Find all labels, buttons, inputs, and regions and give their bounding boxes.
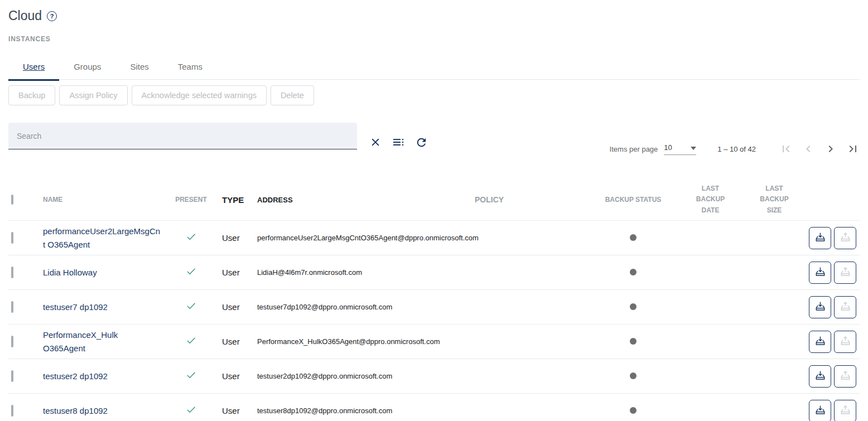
user-address: testuser7dp1092@dppro.onmicrosoft.com	[251, 303, 469, 311]
users-table: NAME PRESENT TYPE ADDRESS POLICY BACKUP …	[8, 179, 860, 421]
row-restore-button[interactable]	[834, 400, 856, 421]
restore-icon	[840, 231, 851, 245]
page-range-text: 1 – 10 of 42	[717, 145, 756, 153]
present-check-icon	[185, 235, 197, 244]
row-backup-button[interactable]	[809, 296, 831, 318]
column-header-present: PRESENT	[167, 196, 215, 204]
table-body: performanceUser2LargeMsgCnt O365Agent Us…	[8, 221, 860, 421]
user-name-link[interactable]: testuser2 dp1092	[43, 371, 108, 381]
help-icon[interactable]: ?	[47, 11, 57, 21]
pagination: Items per page 10 1 – 10 of 42	[610, 142, 860, 156]
search-icons	[369, 136, 428, 149]
table-row: performanceUser2LargeMsgCnt O365Agent Us…	[8, 221, 860, 255]
select-all-checkbox[interactable]	[11, 195, 13, 205]
tab-teams[interactable]: Teams	[163, 54, 217, 79]
restore-icon	[840, 404, 851, 418]
restore-icon	[840, 301, 851, 314]
table-row: PerformanceX_Hulk O365Agent User Perform…	[8, 325, 860, 359]
first-page-icon[interactable]	[779, 142, 793, 156]
tab-groups[interactable]: Groups	[59, 54, 115, 79]
row-backup-button[interactable]	[809, 400, 831, 421]
backup-status-dot-icon	[630, 338, 636, 345]
user-type: User	[215, 337, 251, 346]
backup-icon	[814, 231, 826, 245]
row-restore-button[interactable]	[834, 365, 856, 388]
user-address: testuser2dp1092@dppro.onmicrosoft.com	[251, 372, 469, 380]
table-row: testuser2 dp1092 User testuser2dp1092@dp…	[8, 359, 860, 394]
user-name-link[interactable]: testuser8 dp1092	[43, 406, 108, 415]
row-checkbox[interactable]	[11, 267, 13, 278]
acknowledge-warnings-button[interactable]: Acknowledge selected warnings	[132, 85, 267, 105]
user-address: testuser8dp1092@dppro.onmicrosoft.com	[251, 407, 469, 415]
present-check-icon	[185, 304, 197, 313]
column-header-backup-status: BACKUP STATUS	[600, 196, 667, 204]
refresh-icon[interactable]	[414, 136, 428, 149]
page-title: Cloud	[8, 8, 42, 23]
table-row: testuser7 dp1092 User testuser7dp1092@dp…	[8, 290, 860, 325]
user-address: PerformanceX_HulkO365Agent@dppro.onmicro…	[251, 337, 469, 346]
toolbar: Backup Assign Policy Acknowledge selecte…	[8, 85, 860, 105]
user-address: performanceUser2LargeMsgCntO365Agent@dpp…	[251, 234, 469, 242]
restore-icon	[840, 370, 851, 383]
restore-icon	[840, 335, 851, 349]
delete-button[interactable]: Delete	[271, 85, 314, 105]
user-type: User	[215, 268, 251, 277]
items-per-page-select[interactable]: 10	[664, 143, 696, 155]
column-header-policy: POLICY	[469, 195, 600, 204]
table-row: Lidia Holloway User LidiaH@4l6m7r.onmicr…	[8, 255, 860, 290]
row-restore-button[interactable]	[834, 227, 856, 249]
next-page-icon[interactable]	[824, 142, 837, 156]
user-name-link[interactable]: PerformanceX_Hulk O365Agent	[43, 330, 118, 352]
user-name-link[interactable]: Lidia Holloway	[43, 268, 97, 277]
user-name-link[interactable]: performanceUser2LargeMsgCnt O365Agent	[43, 226, 160, 249]
last-page-icon[interactable]	[846, 142, 860, 156]
row-checkbox[interactable]	[11, 301, 13, 313]
present-check-icon	[185, 338, 197, 348]
assign-policy-button[interactable]: Assign Policy	[59, 85, 127, 105]
column-header-last-backup-size: LAST BACKUP SIZE	[758, 183, 791, 216]
filter-icon[interactable]	[392, 136, 405, 149]
backup-status-dot-icon	[630, 234, 636, 241]
backup-button[interactable]: Backup	[8, 85, 55, 105]
user-address: LidiaH@4l6m7r.onmicrosoft.com	[251, 268, 469, 277]
row-backup-button[interactable]	[809, 227, 831, 249]
backup-icon	[814, 335, 826, 349]
row-restore-button[interactable]	[834, 331, 856, 353]
pagination-nav	[779, 142, 860, 156]
backup-icon	[814, 404, 826, 418]
column-header-type: TYPE	[215, 195, 251, 205]
row-checkbox[interactable]	[11, 336, 13, 347]
column-header-last-backup-date: LAST BACKUP DATE	[694, 183, 727, 216]
column-header-name: NAME	[35, 196, 167, 204]
backup-icon	[814, 370, 826, 383]
backup-status-dot-icon	[630, 303, 636, 310]
tab-sites[interactable]: Sites	[115, 54, 163, 79]
backup-status-dot-icon	[630, 269, 636, 275]
tab-users[interactable]: Users	[8, 54, 59, 79]
row-backup-button[interactable]	[809, 365, 831, 388]
backup-icon	[814, 266, 826, 279]
column-header-address: ADDRESS	[251, 196, 469, 204]
row-checkbox[interactable]	[11, 405, 13, 417]
present-check-icon	[185, 269, 197, 279]
clear-search-icon[interactable]	[369, 136, 382, 149]
user-type: User	[215, 233, 251, 243]
row-checkbox[interactable]	[11, 232, 13, 244]
restore-icon	[840, 266, 851, 279]
search-and-pagination-row: Items per page 10 1 – 10 of 42	[8, 123, 860, 156]
present-check-icon	[185, 373, 197, 383]
user-name-link[interactable]: testuser7 dp1092	[43, 302, 108, 312]
search-input[interactable]	[8, 123, 357, 149]
user-type: User	[215, 302, 251, 312]
page-header: Cloud ?	[8, 8, 860, 23]
row-restore-button[interactable]	[834, 296, 856, 318]
row-restore-button[interactable]	[834, 262, 856, 284]
backup-status-dot-icon	[630, 407, 636, 414]
items-per-page-value: 10	[664, 143, 672, 152]
table-row: testuser8 dp1092 User testuser8dp1092@dp…	[8, 394, 860, 421]
previous-page-icon[interactable]	[802, 142, 815, 156]
row-backup-button[interactable]	[809, 262, 831, 284]
user-type: User	[215, 406, 251, 415]
row-checkbox[interactable]	[11, 370, 13, 382]
row-backup-button[interactable]	[809, 331, 831, 353]
